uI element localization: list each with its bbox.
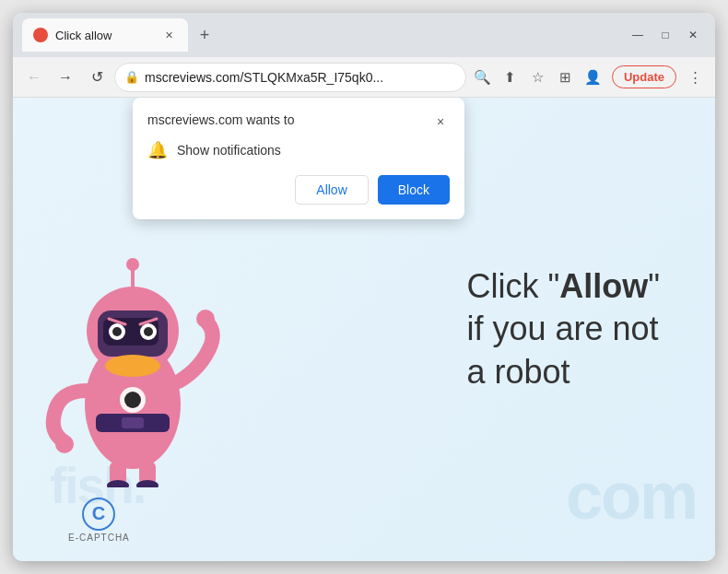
block-button[interactable]: Block [378, 175, 450, 205]
maximize-button[interactable]: □ [652, 22, 678, 48]
popup-buttons: Allow Block [147, 175, 450, 205]
bell-icon: 🔔 [147, 140, 168, 160]
main-text: Click "Allow" if you are not a robot [466, 264, 660, 393]
svg-point-7 [144, 327, 153, 336]
popup-close-button[interactable]: × [431, 112, 450, 131]
tab-favicon [33, 28, 48, 42]
search-button[interactable]: 🔍 [470, 64, 496, 90]
ecaptcha-logo: C E-CAPTCHA [68, 498, 130, 543]
profile-button[interactable]: 👤 [581, 64, 606, 90]
ecaptcha-text: E-CAPTCHA [68, 533, 130, 543]
svg-point-10 [105, 355, 160, 377]
nav-bar: ← → ↺ 🔒 mscreviews.com/STLQKMxa5R_I75qk0… [13, 57, 715, 98]
back-button[interactable]: ← [20, 64, 48, 91]
address-bar[interactable]: 🔒 mscreviews.com/STLQKMxa5R_I75qk0... [114, 63, 466, 92]
page-content: fish. com [13, 98, 715, 561]
share-button[interactable]: ⬆ [498, 64, 523, 90]
svg-point-14 [196, 310, 215, 328]
lock-icon: 🔒 [124, 70, 139, 84]
window-controls: — □ ✕ [625, 22, 706, 48]
svg-point-22 [126, 258, 139, 271]
allow-button[interactable]: Allow [295, 175, 368, 205]
more-button[interactable]: ⋮ [682, 64, 708, 90]
popup-notification-text: Show notifications [177, 143, 281, 158]
svg-rect-12 [122, 417, 144, 428]
url-text: mscreviews.com/STLQKMxa5R_I75qk0... [145, 70, 456, 85]
watermark-right: com [566, 458, 697, 533]
popup-site-text: mscreviews.com wants to [147, 112, 294, 127]
title-bar: Click allow ✕ + — □ ✕ [13, 13, 715, 57]
tab-grid-button[interactable]: ⊞ [553, 64, 579, 90]
svg-text:C: C [92, 503, 105, 523]
active-tab[interactable]: Click allow ✕ [22, 18, 188, 52]
minimize-button[interactable]: — [625, 22, 651, 48]
reload-button[interactable]: ↺ [83, 64, 111, 91]
svg-point-5 [112, 327, 122, 336]
nav-icons-right: 🔍 ⬆ ☆ ⊞ 👤 Update ⋮ [470, 64, 708, 90]
popup-header: mscreviews.com wants to × [147, 112, 450, 131]
forward-button[interactable]: → [52, 64, 79, 91]
robot-illustration [41, 229, 243, 506]
svg-point-20 [124, 392, 141, 408]
popup-notification-row: 🔔 Show notifications [147, 140, 450, 160]
browser-window: Click allow ✕ + — □ ✕ ← → ↺ � [13, 13, 715, 561]
main-text-line1: Click "Allow" [466, 264, 660, 308]
svg-point-13 [55, 435, 74, 453]
main-text-line2: if you are not [466, 308, 660, 351]
notification-popup: mscreviews.com wants to × 🔔 Show notific… [133, 98, 464, 219]
new-tab-button[interactable]: + [192, 22, 217, 48]
bookmark-button[interactable]: ☆ [525, 64, 551, 90]
close-button[interactable]: ✕ [680, 22, 706, 48]
tab-close-button[interactable]: ✕ [160, 27, 177, 43]
update-button[interactable]: Update [612, 65, 676, 88]
main-text-line3: a robot [466, 351, 660, 394]
tab-title: Click allow [55, 29, 153, 42]
tab-bar: Click allow ✕ + [22, 18, 625, 52]
